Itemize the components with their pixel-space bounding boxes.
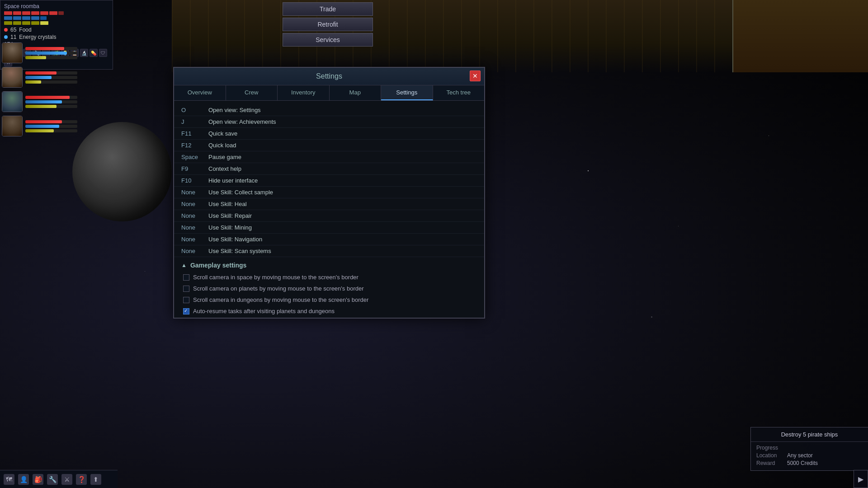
ybar1: [4, 21, 12, 25]
tab-techtree[interactable]: Tech tree: [433, 85, 485, 100]
keybind-action: Use Skill: Navigation: [208, 236, 262, 243]
hp-fill-2: [25, 71, 57, 75]
location-label: Location: [756, 452, 783, 459]
checkbox-label[interactable]: Scroll camera on planets by moving mouse…: [193, 285, 364, 292]
icon10[interactable]: 💊: [90, 49, 98, 57]
energy-bar-4: [25, 125, 77, 128]
star: [769, 136, 769, 136]
bar6: [49, 11, 57, 15]
crew-member-1: [2, 42, 77, 63]
ybar3: [22, 21, 30, 25]
modal-content: O Open view: Settings J Open view: Achie…: [174, 101, 484, 318]
bottom-icon-combat[interactable]: ⚔: [61, 474, 72, 485]
quest-title: Destroy 5 pirate ships: [751, 427, 868, 442]
bar3: [22, 11, 30, 15]
keybind-row: F9 Context help: [174, 163, 484, 175]
gameplay-section-header: ▲ Gameplay settings: [174, 257, 484, 272]
yellow-bars: [4, 21, 109, 25]
bottom-icon-crew[interactable]: 👤: [18, 474, 29, 485]
keybind-action: Use Skill: Mining: [208, 224, 252, 231]
hp-fill-1: [25, 47, 64, 50]
hp-bar-3: [25, 96, 77, 99]
arrow-right-button[interactable]: ▶: [854, 470, 868, 488]
avatar-img-3: [2, 92, 22, 112]
avatar-img-4: [2, 116, 22, 136]
keybind-action: Open view: Achievements: [208, 118, 276, 125]
energy-fill-2: [25, 76, 52, 79]
tab-crew[interactable]: Crew: [226, 85, 278, 100]
keybind-action: Use Skill: Heal: [208, 201, 247, 207]
keybind-key: None: [181, 224, 208, 231]
crew-member-2: [2, 67, 77, 88]
keybind-action: Use Skill: Repair: [208, 212, 252, 219]
icon11[interactable]: 🛡: [99, 49, 107, 57]
keybind-row: J Open view: Achievements: [174, 116, 484, 128]
crew-avatar-4: [2, 116, 23, 136]
keybind-action: Hide user interface: [208, 177, 258, 184]
checkbox-label[interactable]: Scroll camera in space by moving mouse t…: [193, 274, 359, 281]
bar1: [4, 11, 12, 15]
keybind-key: None: [181, 212, 208, 219]
keybind-action: Context help: [208, 165, 241, 172]
bottom-icon-boost[interactable]: ⬆: [90, 474, 101, 485]
keybind-action: Open view: Settings: [208, 107, 261, 113]
hp-bar-2: [25, 71, 77, 75]
bottom-icon-help[interactable]: ❓: [76, 474, 87, 485]
progress-label: Progress: [756, 445, 783, 451]
energy-bar-1: [25, 52, 77, 55]
checkbox-label[interactable]: Auto-resume tasks after visiting planets…: [193, 308, 335, 314]
xp-bar-2: [25, 80, 77, 84]
reward-row: Reward 5000 Credits: [756, 460, 863, 466]
checkbox[interactable]: [183, 297, 189, 303]
retrofit-button[interactable]: Retrofit: [283, 18, 373, 31]
keybind-row: F10 Hide user interface: [174, 175, 484, 187]
bbar3: [22, 16, 30, 20]
crew-panel: [0, 41, 79, 138]
keybind-row: F12 Quick load: [174, 140, 484, 151]
bottom-icon-settings[interactable]: 🔧: [47, 474, 58, 485]
xp-fill-4: [25, 129, 54, 132]
checkbox[interactable]: [183, 308, 189, 314]
crew-bars-3: [25, 96, 77, 108]
xp-bar-3: [25, 105, 77, 108]
ybar4: [31, 21, 39, 25]
hp-fill-4: [25, 120, 62, 123]
modal-close-button[interactable]: ✕: [470, 70, 481, 81]
tab-map[interactable]: Map: [330, 85, 382, 100]
avatar-img-1: [2, 43, 22, 63]
tab-settings[interactable]: Settings: [381, 85, 433, 100]
bottom-icon-inventory[interactable]: 🎒: [33, 474, 43, 485]
checkbox[interactable]: [183, 286, 189, 292]
energy-fill-4: [25, 125, 59, 128]
station-background: [172, 0, 868, 72]
crew-bars-4: [25, 120, 77, 132]
keybind-key: F12: [181, 142, 208, 149]
bottom-icon-map[interactable]: 🗺: [4, 474, 14, 485]
food-resource: 65 Food: [4, 27, 109, 33]
checkbox[interactable]: [183, 274, 189, 281]
food-amount: 65: [10, 27, 16, 33]
xp-bar-1: [25, 56, 77, 59]
tab-inventory[interactable]: Inventory: [278, 85, 330, 100]
bar5: [40, 11, 48, 15]
red-bars: [4, 11, 109, 15]
trade-button[interactable]: Trade: [283, 2, 373, 16]
modal-title: Settings: [316, 72, 342, 80]
energy-amount: 11: [10, 34, 16, 40]
icon9[interactable]: 🔬: [80, 49, 88, 57]
xp-fill-3: [25, 105, 57, 108]
keybind-row: None Use Skill: Heal: [174, 198, 484, 210]
avatar-img-2: [2, 67, 22, 87]
tab-overview[interactable]: Overview: [174, 85, 226, 100]
keybind-key: None: [181, 248, 208, 254]
modal-titlebar: Settings ✕: [174, 68, 484, 85]
bbar1: [4, 16, 12, 20]
crew-avatar-3: [2, 91, 23, 112]
energy-fill-3: [25, 100, 62, 103]
energy-bar-2: [25, 76, 77, 79]
crew-member-4: [2, 116, 77, 136]
services-button[interactable]: Services: [283, 33, 373, 47]
checkbox-label[interactable]: Scroll camera in dungeons by moving mous…: [193, 296, 368, 303]
star: [651, 316, 652, 318]
star: [588, 170, 589, 171]
